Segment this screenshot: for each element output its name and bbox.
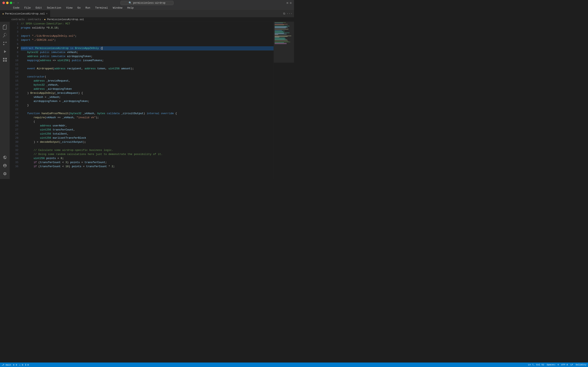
activity-run[interactable] (1, 48, 9, 55)
menu-run[interactable]: Run (85, 6, 91, 9)
breadcrumb: contracts › contracts › ◆ Permissionless… (0, 17, 294, 22)
code-line-36: if (transferCount < 10) points = transfe… (21, 165, 274, 169)
menu-edit[interactable]: Edit (35, 6, 43, 9)
ln-30: 30 (10, 140, 18, 144)
ln-15: 15 (10, 79, 18, 83)
code-line-10: mapping(address => uint256) public issue… (21, 58, 274, 63)
ln-22: 22 (10, 108, 18, 111)
maximize-button[interactable] (10, 2, 12, 4)
activity-remote[interactable] (1, 154, 9, 161)
activity-account[interactable] (1, 162, 9, 169)
breadcrumb-current-file[interactable]: PermissionlessAirdrop.sol (47, 18, 84, 21)
menu-file[interactable]: File (24, 6, 31, 9)
svg-rect-5 (3, 60, 4, 62)
code-line-12: event Airdropped(address recipient, addr… (21, 67, 274, 71)
ln-21: 21 (10, 103, 18, 108)
settings-icon[interactable]: ⚙ (290, 1, 292, 5)
tab-close-button[interactable]: × (46, 12, 48, 15)
code-line-5: import "./IERC20.sol"; (21, 38, 274, 42)
breadcrumb-file-icon: ◆ (44, 18, 45, 21)
code-line-23: function handleProofResult(bytes32 _vkHa… (21, 111, 274, 116)
code-line-11 (21, 63, 274, 67)
close-button[interactable] (2, 2, 5, 4)
editor-area: 1 2 3 4 5 6 7 8 9 10 11 12 13 14 15 16 1… (10, 22, 294, 179)
svg-point-0 (3, 44, 4, 45)
code-line-2: pragma solidity ^0.8.18; (21, 26, 274, 30)
split-editor-icon[interactable]: ⊞ (286, 1, 288, 5)
ln-16: 16 (10, 83, 18, 87)
tab-label: PermissionlessAirdrop.sol (5, 12, 45, 15)
search-box[interactable]: 🔍 permissionless-airdrop (121, 1, 173, 5)
code-line-33: // Doing some random calculations here j… (21, 152, 274, 156)
ln-7: 7 (10, 46, 18, 50)
ln-25: 25 (10, 120, 18, 124)
split-editor-right-icon[interactable]: ⧉ (283, 12, 285, 15)
ln-26: 26 (10, 124, 18, 128)
ln-14: 14 (10, 75, 18, 79)
svg-rect-4 (5, 58, 7, 59)
tabbar-right: ⧉ ··· (283, 12, 294, 16)
code-line-20: airdoppingToken = _airdoppingToken; (21, 99, 274, 103)
activity-bottom (1, 154, 9, 179)
ln-20: 20 (10, 99, 18, 103)
tabbar: ◆ PermissionlessAirdrop.sol × ⧉ ··· (0, 10, 294, 17)
code-line-29: uint256 earlisetTransferBlock (21, 136, 274, 140)
titlebar-right: ⊞ ⚙ (286, 1, 292, 5)
menu-terminal[interactable]: Terminal (94, 6, 109, 9)
minimize-button[interactable] (6, 2, 9, 4)
menu-code[interactable]: Code (12, 6, 20, 9)
ln-3: 3 (10, 30, 18, 34)
ln-28: 28 (10, 132, 18, 136)
breadcrumb-contracts1[interactable]: contracts (11, 18, 25, 21)
ln-9: 9 (10, 54, 18, 58)
ln-10: 10 (10, 58, 18, 63)
code-container[interactable]: 1 2 3 4 5 6 7 8 9 10 11 12 13 14 15 16 1… (10, 22, 274, 179)
code-line-26: address userAddr, (21, 124, 274, 128)
svg-point-2 (3, 42, 4, 43)
code-line-17: address _airdoppingToken (21, 87, 274, 91)
nav-arrows: ‹ › (12, 1, 20, 5)
ln-2: 2 (10, 26, 18, 30)
code-line-4: import "./lib/BrevisAppZkOnly.sol"; (21, 34, 274, 38)
activity-source-control[interactable] (1, 40, 9, 47)
menu-window[interactable]: Window (112, 6, 123, 9)
back-arrow[interactable]: ‹ (12, 1, 16, 5)
ln-17: 17 (10, 87, 18, 91)
line-numbers: 1 2 3 4 5 6 7 8 9 10 11 12 13 14 15 16 1… (10, 22, 20, 179)
ln-8: 8 (10, 50, 18, 54)
code-line-15: address _brevisRequest, (21, 79, 274, 83)
code-line-1: // SPDX-License-Identifier: MIT (21, 22, 274, 26)
ln-31: 31 (10, 144, 18, 148)
ln-34: 34 (10, 156, 18, 160)
code-line-32: // Calculate some airdrop-specific busin… (21, 148, 274, 152)
menu-go[interactable]: Go (77, 6, 81, 9)
menu-selection[interactable]: Selection (46, 6, 62, 9)
code-line-8: bytes32 public immutable vkHash; (21, 50, 274, 54)
ln-36: 36 (10, 165, 18, 169)
ln-29: 29 (10, 136, 18, 140)
code-line-31 (21, 144, 274, 148)
activity-explorer[interactable] (1, 24, 9, 31)
breadcrumb-contracts2[interactable]: contracts (28, 18, 41, 21)
code-line-22 (21, 108, 274, 111)
forward-arrow[interactable]: › (16, 1, 20, 5)
ln-33: 33 (10, 152, 18, 156)
breadcrumb-sep1: › (26, 18, 27, 21)
activity-search[interactable] (1, 32, 9, 39)
more-actions-icon[interactable]: ··· (286, 12, 292, 16)
main-layout: 1 2 3 4 5 6 7 8 9 10 11 12 13 14 15 16 1… (0, 22, 294, 179)
editor-tab[interactable]: ◆ PermissionlessAirdrop.sol × (0, 10, 50, 17)
ln-1: 1 (10, 22, 18, 26)
menu-view[interactable]: View (65, 6, 73, 9)
ln-23: 23 (10, 111, 18, 116)
activity-extensions[interactable] (1, 56, 9, 63)
code-lines[interactable]: // SPDX-License-Identifier: MIT pragma s… (20, 22, 274, 179)
traffic-lights (2, 2, 12, 4)
activity-settings[interactable] (1, 170, 9, 177)
menu-help[interactable]: Help (126, 6, 134, 9)
ln-18: 18 (10, 91, 18, 95)
ln-6: 6 (10, 42, 18, 46)
breadcrumb-sep2: › (42, 18, 43, 21)
minimap[interactable] (274, 22, 294, 179)
search-icon: 🔍 (129, 2, 132, 4)
